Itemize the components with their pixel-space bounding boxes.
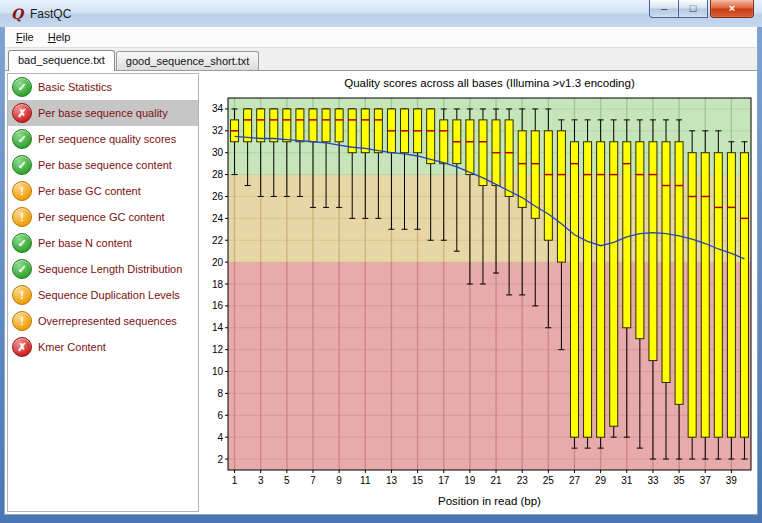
fastqc-window: Q FastQC –□× FileHelp bad_sequence.txtgo… — [0, 0, 762, 523]
menubar: FileHelp — [5, 27, 757, 48]
y-tick-label: 16 — [212, 300, 224, 311]
y-tick-label: 6 — [217, 410, 223, 421]
sidebar-item-label: Per base N content — [38, 237, 132, 249]
sidebar-item-sequence-duplication-levels[interactable]: !Sequence Duplication Levels — [8, 282, 198, 308]
x-tick-label: 7 — [310, 475, 316, 486]
chart-title: Quality scores across all bases (Illumin… — [344, 77, 635, 89]
tab-good-sequence-short-txt[interactable]: good_sequence_short.txt — [116, 51, 260, 70]
quartile-box — [296, 109, 304, 142]
x-tick-label: 15 — [412, 475, 424, 486]
quartile-box — [505, 120, 513, 197]
y-tick-label: 26 — [212, 191, 224, 202]
y-tick-label: 32 — [212, 125, 224, 136]
y-tick-label: 12 — [212, 344, 224, 355]
sidebar-item-basic-statistics[interactable]: ✓Basic Statistics — [8, 74, 198, 100]
fail-status-icon: ✗ — [12, 337, 32, 357]
x-tick-label: 13 — [386, 475, 398, 486]
quartile-box — [361, 109, 369, 153]
tab-bad-sequence-txt[interactable]: bad_sequence.txt — [8, 50, 115, 71]
x-tick-label: 5 — [284, 475, 290, 486]
quartile-box — [688, 153, 696, 437]
x-tick-label: 9 — [336, 475, 342, 486]
quartile-box — [740, 153, 748, 437]
titlebar[interactable]: Q FastQC –□× — [0, 0, 762, 27]
x-tick-label: 11 — [360, 475, 371, 486]
window-title: FastQC — [30, 7, 71, 21]
quartile-box — [727, 153, 735, 437]
y-tick-label: 2 — [217, 454, 223, 465]
quartile-box — [714, 153, 722, 437]
menu-item-help[interactable]: Help — [41, 29, 78, 45]
warn-status-icon: ! — [12, 207, 32, 227]
x-tick-label: 1 — [232, 475, 238, 486]
fail-status-icon: ✗ — [12, 103, 32, 123]
pass-status-icon: ✓ — [12, 129, 32, 149]
x-tick-label: 17 — [438, 475, 450, 486]
quartile-box — [270, 109, 278, 142]
y-tick-label: 22 — [212, 235, 224, 246]
maximize-button[interactable]: □ — [679, 0, 708, 18]
quartile-box — [636, 142, 644, 339]
x-tick-label: 29 — [595, 475, 607, 486]
pass-status-icon: ✓ — [12, 77, 32, 97]
y-tick-label: 30 — [212, 147, 224, 158]
quartile-box — [584, 142, 592, 437]
quartile-box — [557, 131, 565, 262]
quartile-box — [257, 109, 265, 142]
quartile-box — [675, 142, 683, 405]
quartile-box — [701, 153, 709, 437]
quartile-box — [466, 120, 474, 175]
quality-band-good — [228, 98, 751, 175]
x-tick-label: 27 — [569, 475, 581, 486]
y-tick-label: 20 — [212, 257, 224, 268]
warn-status-icon: ! — [12, 285, 32, 305]
pass-status-icon: ✓ — [12, 155, 32, 175]
quartile-box — [479, 120, 487, 186]
sidebar-item-label: Per base sequence content — [38, 159, 172, 171]
sidebar-item-label: Kmer Content — [38, 341, 106, 353]
sidebar-item-overrepresented-sequences[interactable]: !Overrepresented sequences — [8, 308, 198, 334]
chart-area: 2468101214161820222426283032341357911131… — [201, 71, 757, 514]
quartile-box — [570, 142, 578, 437]
quartile-box — [322, 109, 330, 142]
file-tabstrip: bad_sequence.txtgood_sequence_short.txt — [5, 48, 757, 70]
quartile-box — [335, 109, 343, 142]
sidebar-item-per-base-sequence-content[interactable]: ✓Per base sequence content — [8, 152, 198, 178]
x-tick-label: 31 — [621, 475, 633, 486]
sidebar-item-sequence-length-distribution[interactable]: ✓Sequence Length Distribution — [8, 256, 198, 282]
sidebar-item-per-sequence-gc-content[interactable]: !Per sequence GC content — [8, 204, 198, 230]
x-tick-label: 37 — [700, 475, 712, 486]
quartile-box — [662, 142, 670, 383]
quality-boxplot-chart: 2468101214161820222426283032341357911131… — [201, 72, 757, 514]
quartile-box — [544, 131, 552, 240]
quartile-box — [623, 142, 631, 328]
x-tick-label: 33 — [647, 475, 659, 486]
x-axis-label: Position in read (bp) — [438, 495, 541, 507]
quality-band-poor — [228, 262, 751, 470]
warn-status-icon: ! — [12, 181, 32, 201]
pass-status-icon: ✓ — [12, 233, 32, 253]
sidebar-item-kmer-content[interactable]: ✗Kmer Content — [8, 334, 198, 360]
sidebar-item-per-base-sequence-quality[interactable]: ✗Per base sequence quality — [8, 100, 198, 126]
sidebar-item-per-base-gc-content[interactable]: !Per base GC content — [8, 178, 198, 204]
quartile-box — [374, 109, 382, 153]
sidebar-item-label: Sequence Duplication Levels — [38, 289, 180, 301]
fastqc-app-icon: Q — [9, 6, 25, 22]
x-tick-label: 25 — [543, 475, 555, 486]
close-button[interactable]: × — [710, 0, 754, 18]
y-tick-label: 24 — [212, 213, 224, 224]
y-tick-label: 8 — [217, 388, 223, 399]
quartile-box — [610, 142, 618, 426]
sidebar-item-per-sequence-quality-scores[interactable]: ✓Per sequence quality scores — [8, 126, 198, 152]
pass-status-icon: ✓ — [12, 259, 32, 279]
sidebar-item-label: Per base sequence quality — [38, 107, 168, 119]
y-tick-label: 28 — [212, 169, 224, 180]
x-tick-label: 3 — [258, 475, 264, 486]
y-tick-label: 10 — [212, 366, 224, 377]
y-tick-label: 14 — [212, 322, 224, 333]
minimize-button[interactable]: – — [649, 0, 679, 18]
menu-item-file[interactable]: File — [9, 29, 41, 45]
quartile-box — [309, 109, 317, 142]
sidebar-item-per-base-n-content[interactable]: ✓Per base N content — [8, 230, 198, 256]
module-list: ✓Basic Statistics✗Per base sequence qual… — [7, 73, 199, 512]
